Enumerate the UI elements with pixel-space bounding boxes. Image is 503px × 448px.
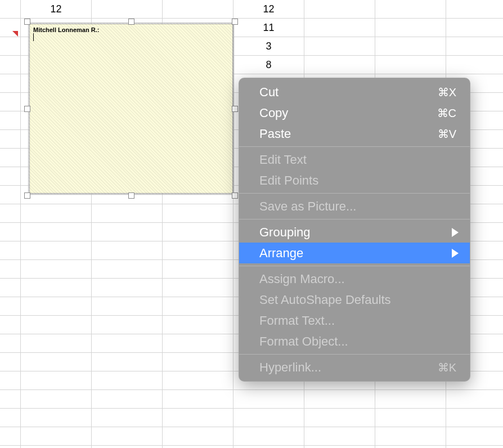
comment-box[interactable]: Mitchell Lonneman R.: xyxy=(27,21,235,196)
cell[interactable]: 12 xyxy=(233,0,304,19)
menu-item-paste[interactable]: Paste ⌘V xyxy=(239,123,470,144)
cell[interactable] xyxy=(0,37,21,56)
menu-item-label: Assign Macro... xyxy=(259,272,345,286)
cell[interactable]: 8 xyxy=(233,56,304,74)
menu-item-format-object: Format Object... xyxy=(239,331,470,352)
resize-handle-e[interactable] xyxy=(232,106,238,112)
resize-handle-se[interactable] xyxy=(232,192,238,199)
menu-item-shortcut: ⌘V xyxy=(438,127,456,141)
cell[interactable] xyxy=(304,0,375,19)
menu-item-shortcut: ⌘X xyxy=(438,86,456,99)
resize-handle-nw[interactable] xyxy=(24,19,30,25)
cell[interactable] xyxy=(375,19,446,37)
submenu-arrow-icon xyxy=(452,249,459,258)
cell[interactable] xyxy=(304,37,375,56)
menu-item-shortcut: ⌘C xyxy=(437,106,456,120)
resize-handle-n[interactable] xyxy=(128,19,134,25)
text-cursor xyxy=(33,33,34,41)
resize-handle-sw[interactable] xyxy=(24,192,30,199)
menu-separator xyxy=(239,193,470,194)
menu-item-edit-points: Edit Points xyxy=(239,170,470,191)
menu-item-arrange[interactable]: Arrange xyxy=(239,243,470,263)
menu-item-label: Grouping xyxy=(259,225,311,240)
resize-handle-s[interactable] xyxy=(128,192,134,199)
menu-item-label: Copy xyxy=(259,106,288,120)
menu-item-save-as-picture: Save as Picture... xyxy=(239,196,470,217)
menu-item-set-autoshape-defaults: Set AutoShape Defaults xyxy=(239,289,470,310)
cell[interactable] xyxy=(446,0,503,19)
cell[interactable] xyxy=(446,37,503,56)
menu-item-shortcut: ⌘K xyxy=(438,361,456,374)
menu-separator xyxy=(239,354,470,355)
comment-content[interactable]: Mitchell Lonneman R.: xyxy=(29,24,233,194)
menu-item-label: Format Text... xyxy=(259,313,335,328)
menu-separator xyxy=(239,266,470,266)
cell[interactable] xyxy=(0,56,21,74)
cell[interactable] xyxy=(304,56,375,74)
cell[interactable]: 3 xyxy=(233,37,304,56)
cell[interactable] xyxy=(375,56,446,74)
menu-item-label: Arrange xyxy=(259,246,303,261)
menu-item-label: Hyperlink... xyxy=(259,360,321,375)
menu-item-label: Paste xyxy=(259,127,291,141)
grid-row: 12 12 xyxy=(0,0,503,19)
resize-handle-ne[interactable] xyxy=(232,19,238,25)
menu-item-label: Edit Text xyxy=(259,153,307,167)
cell[interactable] xyxy=(163,0,233,19)
cell[interactable] xyxy=(375,37,446,56)
menu-item-grouping[interactable]: Grouping xyxy=(239,222,470,243)
menu-item-format-text: Format Text... xyxy=(239,310,470,331)
context-menu: Cut ⌘X Copy ⌘C Paste ⌘V Edit Text Edit P… xyxy=(239,78,470,382)
menu-separator xyxy=(239,219,470,219)
comment-author-label: Mitchell Lonneman R.: xyxy=(30,24,232,34)
submenu-arrow-icon xyxy=(452,228,459,237)
cell[interactable] xyxy=(92,0,163,19)
menu-item-assign-macro: Assign Macro... xyxy=(239,268,470,289)
menu-item-edit-text: Edit Text xyxy=(239,149,470,170)
menu-item-label: Format Object... xyxy=(259,334,348,349)
resize-handle-w[interactable] xyxy=(24,106,30,112)
menu-item-cut[interactable]: Cut ⌘X xyxy=(239,82,470,102)
menu-item-label: Save as Picture... xyxy=(259,199,356,214)
menu-item-label: Cut xyxy=(259,85,279,100)
comment-indicator-icon xyxy=(12,31,18,37)
cell[interactable] xyxy=(0,0,21,19)
cell[interactable] xyxy=(446,19,503,37)
menu-item-copy[interactable]: Copy ⌘C xyxy=(239,102,470,123)
menu-item-hyperlink: Hyperlink... ⌘K xyxy=(239,357,470,378)
menu-separator xyxy=(239,146,470,147)
menu-item-label: Edit Points xyxy=(259,173,318,188)
cell[interactable] xyxy=(304,19,375,37)
cell[interactable] xyxy=(446,56,503,74)
cell[interactable] xyxy=(375,0,446,19)
cell[interactable]: 11 xyxy=(233,19,304,37)
cell[interactable]: 12 xyxy=(21,0,92,19)
menu-item-label: Set AutoShape Defaults xyxy=(259,293,391,307)
